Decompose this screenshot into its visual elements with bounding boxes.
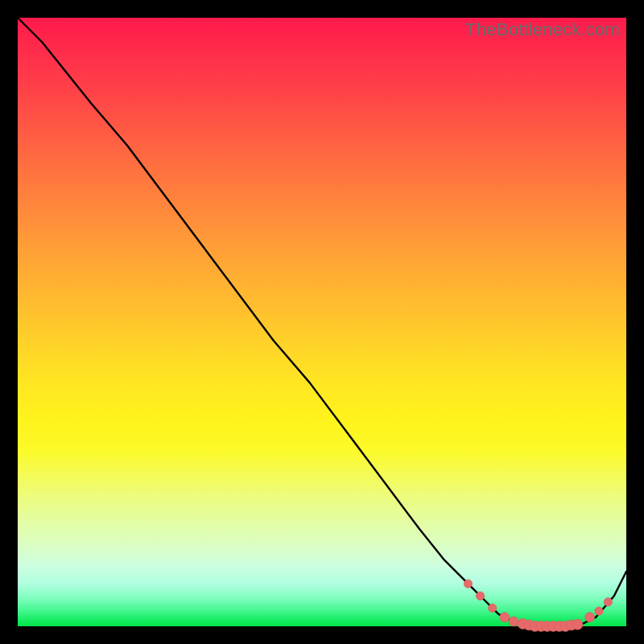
curve-marker — [604, 598, 612, 606]
curve-marker — [464, 580, 472, 588]
curve-marker — [509, 617, 518, 626]
plot-area: TheBottleneck.com — [18, 18, 626, 626]
bottleneck-curve-line — [18, 18, 626, 626]
curve-marker-group — [464, 580, 612, 632]
curve-marker — [488, 604, 496, 612]
curve-marker — [572, 619, 583, 630]
curve-marker — [585, 613, 595, 622]
curve-marker — [595, 607, 603, 615]
curve-marker — [476, 592, 484, 600]
chart-overlay — [18, 18, 626, 626]
curve-marker — [500, 613, 510, 622]
chart-stage: TheBottleneck.com — [0, 0, 644, 644]
